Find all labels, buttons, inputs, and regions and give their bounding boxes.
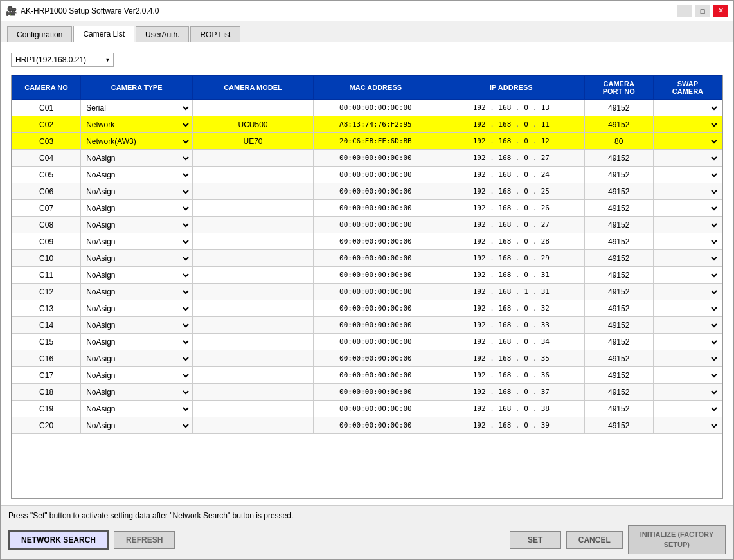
header-camera-no: CAMERA NO: [12, 76, 81, 100]
swap-camera-select[interactable]: [656, 337, 719, 347]
tab-rop-list[interactable]: ROP List: [190, 26, 240, 42]
camera-type-select[interactable]: SerialNetworkNetwork(AW3)NoAsign: [82, 303, 191, 314]
camera-type-cell: SerialNetworkNetwork(AW3)NoAsign: [81, 233, 193, 250]
ip-address-cell: 192 . 168 . 0 . 32: [438, 300, 584, 317]
camera-no-cell: C13: [12, 300, 81, 317]
camera-type-select[interactable]: SerialNetworkNetwork(AW3)NoAsign: [82, 186, 191, 197]
set-button[interactable]: SET: [510, 531, 561, 549]
swap-camera-select[interactable]: [656, 420, 719, 431]
swap-camera-select[interactable]: [656, 370, 719, 381]
mac-address-cell: 00:00:00:00:00:00: [313, 150, 438, 167]
swap-camera-select[interactable]: [656, 237, 719, 247]
camera-type-select[interactable]: SerialNetworkNetwork(AW3)NoAsign: [82, 270, 191, 280]
camera-type-select[interactable]: SerialNetworkNetwork(AW3)NoAsign: [82, 103, 191, 113]
camera-type-select[interactable]: SerialNetworkNetwork(AW3)NoAsign: [82, 153, 191, 163]
camera-no-cell: C11: [12, 267, 81, 284]
table-row: C15SerialNetworkNetwork(AW3)NoAsign00:00…: [12, 334, 722, 350]
swap-camera-select[interactable]: [656, 203, 719, 213]
cancel-button[interactable]: CANCEL: [566, 531, 623, 549]
camera-type-cell: SerialNetworkNetwork(AW3)NoAsign: [81, 183, 193, 200]
swap-camera-select[interactable]: [656, 287, 719, 297]
camera-no-cell: C10: [12, 250, 81, 267]
hrp-dropdown[interactable]: HRP1(192.168.0.21): [11, 53, 114, 67]
swap-camera-select[interactable]: [656, 186, 719, 197]
port-no-cell: 80: [584, 133, 653, 150]
camera-model-cell: [193, 334, 314, 350]
tab-camera-list[interactable]: Camera List: [73, 26, 134, 42]
camera-type-select[interactable]: SerialNetworkNetwork(AW3)NoAsign: [82, 120, 191, 130]
swap-camera-select[interactable]: [656, 253, 719, 264]
swap-camera-select[interactable]: [656, 404, 719, 414]
camera-type-select[interactable]: SerialNetworkNetwork(AW3)NoAsign: [82, 337, 191, 347]
swap-camera-select[interactable]: [656, 354, 719, 364]
camera-type-cell: SerialNetworkNetwork(AW3)NoAsign: [81, 300, 193, 317]
refresh-button[interactable]: REFRESH: [114, 531, 175, 549]
camera-no-cell: C18: [12, 384, 81, 401]
camera-no-cell: C19: [12, 401, 81, 417]
port-no-cell: 49152: [584, 300, 653, 317]
initialize-button[interactable]: INITIALIZE (FACTORY SETUP): [628, 525, 726, 554]
camera-type-select[interactable]: SerialNetworkNetwork(AW3)NoAsign: [82, 387, 191, 397]
table-row: C17SerialNetworkNetwork(AW3)NoAsign00:00…: [12, 367, 722, 384]
camera-type-select[interactable]: SerialNetworkNetwork(AW3)NoAsign: [82, 404, 191, 414]
camera-type-select[interactable]: SerialNetworkNetwork(AW3)NoAsign: [82, 170, 191, 180]
close-button[interactable]: ✕: [713, 5, 728, 17]
swap-camera-select[interactable]: [656, 170, 719, 180]
camera-model-cell: [193, 384, 314, 401]
ip-address-cell: 192 . 168 . 0 . 25: [438, 183, 584, 200]
swap-camera-select[interactable]: [656, 303, 719, 314]
camera-model-cell: UE70: [193, 133, 314, 150]
camera-type-cell: SerialNetworkNetwork(AW3)NoAsign: [81, 200, 193, 217]
mac-address-cell: 00:00:00:00:00:00: [313, 200, 438, 217]
camera-type-cell: SerialNetworkNetwork(AW3)NoAsign: [81, 133, 193, 150]
tab-userauth[interactable]: UserAuth.: [136, 26, 189, 42]
swap-camera-select[interactable]: [656, 387, 719, 397]
ip-address-cell: 192 . 168 . 0 . 34: [438, 334, 584, 350]
table-row: C20SerialNetworkNetwork(AW3)NoAsign00:00…: [12, 417, 722, 434]
minimize-button[interactable]: —: [677, 5, 692, 17]
port-no-cell: 49152: [584, 150, 653, 167]
ip-address-cell: 192 . 168 . 0 . 11: [438, 116, 584, 133]
header-camera-type: CAMERA TYPE: [81, 76, 193, 100]
swap-camera-select[interactable]: [656, 270, 719, 280]
camera-model-cell: [193, 350, 314, 367]
camera-table-container: CAMERA NO CAMERA TYPE CAMERA MODEL MAC A…: [11, 75, 723, 499]
camera-no-cell: C02: [12, 116, 81, 133]
camera-model-cell: [193, 317, 314, 334]
swap-camera-select[interactable]: [656, 153, 719, 163]
swap-camera-select[interactable]: [656, 120, 719, 130]
mac-address-cell: 00:00:00:00:00:00: [313, 183, 438, 200]
mac-address-cell: 00:00:00:00:00:00: [313, 217, 438, 233]
camera-model-cell: [193, 267, 314, 284]
mac-address-cell: 00:00:00:00:00:00: [313, 284, 438, 300]
table-scroll[interactable]: CAMERA NO CAMERA TYPE CAMERA MODEL MAC A…: [12, 75, 722, 498]
camera-type-select[interactable]: SerialNetworkNetwork(AW3)NoAsign: [82, 237, 191, 247]
camera-type-select[interactable]: SerialNetworkNetwork(AW3)NoAsign: [82, 354, 191, 364]
tab-configuration[interactable]: Configuration: [7, 26, 72, 42]
camera-model-cell: [193, 217, 314, 233]
ip-address-cell: 192 . 168 . 0 . 36: [438, 367, 584, 384]
camera-model-cell: [193, 183, 314, 200]
swap-camera-select[interactable]: [656, 103, 719, 113]
table-row: C11SerialNetworkNetwork(AW3)NoAsign00:00…: [12, 267, 722, 284]
camera-type-select[interactable]: SerialNetworkNetwork(AW3)NoAsign: [82, 320, 191, 330]
app-icon: 🎥: [6, 6, 17, 16]
swap-camera-cell: [653, 300, 722, 317]
camera-type-select[interactable]: SerialNetworkNetwork(AW3)NoAsign: [82, 253, 191, 264]
swap-camera-cell: [653, 250, 722, 267]
camera-type-select[interactable]: SerialNetworkNetwork(AW3)NoAsign: [82, 136, 191, 147]
camera-type-select[interactable]: SerialNetworkNetwork(AW3)NoAsign: [82, 203, 191, 213]
port-no-cell: 49152: [584, 417, 653, 434]
swap-camera-select[interactable]: [656, 320, 719, 330]
swap-camera-select[interactable]: [656, 136, 719, 147]
swap-camera-select[interactable]: [656, 220, 719, 230]
mac-address-cell: 00:00:00:00:00:00: [313, 317, 438, 334]
camera-type-select[interactable]: SerialNetworkNetwork(AW3)NoAsign: [82, 287, 191, 297]
camera-type-select[interactable]: SerialNetworkNetwork(AW3)NoAsign: [82, 420, 191, 431]
camera-type-select[interactable]: SerialNetworkNetwork(AW3)NoAsign: [82, 370, 191, 381]
ip-address-cell: 192 . 168 . 0 . 35: [438, 350, 584, 367]
maximize-button[interactable]: □: [695, 5, 710, 17]
camera-type-select[interactable]: SerialNetworkNetwork(AW3)NoAsign: [82, 220, 191, 230]
port-no-cell: 49152: [584, 250, 653, 267]
network-search-button[interactable]: NETWORK SEARCH: [8, 530, 109, 550]
